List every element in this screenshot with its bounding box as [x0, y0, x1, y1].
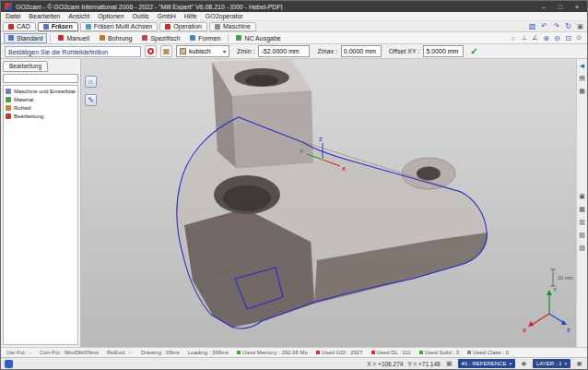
eye-icon[interactable]: ◉: [520, 360, 528, 368]
close-button[interactable]: ×: [570, 4, 583, 10]
menu-item-outils[interactable]: Outils: [133, 13, 149, 19]
tool-standard-label: Standard: [17, 35, 42, 42]
confirm-button[interactable]: ✓: [467, 45, 480, 57]
display-mode-icon[interactable]: ▣: [578, 192, 587, 201]
shaded-view-icon[interactable]: ▩: [578, 205, 587, 214]
status-drawing: Drawing : 09ms: [141, 350, 180, 355]
coordinate-y: Y = +71.148: [407, 361, 440, 367]
reference-label: #1 : REFERENCE: [462, 361, 507, 366]
tab-fraesen-multi-achsen[interactable]: Fräsen Multi Achsen: [80, 22, 158, 31]
target-select-button[interactable]: [145, 45, 157, 57]
standard-icon: [8, 35, 14, 41]
cad-icon: [8, 24, 14, 30]
grid-icon[interactable]: ▦: [445, 360, 453, 368]
chevron-down-icon: ▾: [509, 361, 512, 366]
svg-text:Z: Z: [567, 328, 570, 333]
tool-nc-ausgabe[interactable]: NC Ausgabe: [231, 33, 285, 43]
viewport-overlay-toolbar: ⌂ ✎: [85, 76, 97, 106]
menu-item-bearbeiten[interactable]: Bearbeiten: [29, 13, 60, 19]
tool-manuell-label: Manuell: [66, 35, 89, 42]
zmax-input[interactable]: [341, 45, 382, 57]
zoom-fit-icon[interactable]: ⊡: [563, 33, 573, 42]
svg-text:X: X: [342, 166, 346, 172]
layer-label: LAYER : 1: [536, 361, 562, 366]
go2cam-logo-icon[interactable]: [5, 360, 13, 368]
tool-nc-ausgabe-label: NC Ausgabe: [244, 35, 280, 42]
status-used-class: Used Class : 0: [467, 350, 509, 355]
reference-selector[interactable]: #1 : REFERENCE ▾: [458, 359, 515, 368]
menu-item-go2operator[interactable]: GO2operator: [206, 13, 243, 19]
formen-icon: [190, 35, 195, 41]
tool-formen-label: Formen: [198, 35, 220, 42]
measure-icon[interactable]: ∠: [530, 33, 540, 42]
minimize-button[interactable]: –: [537, 4, 550, 10]
app-logo-icon: [5, 3, 12, 10]
tab-fraesen[interactable]: Fräsen: [38, 22, 78, 31]
axes-icon[interactable]: ⊥: [519, 33, 529, 42]
model-3d[interactable]: Z X Y 10 mm: [81, 59, 576, 347]
layers-view-icon[interactable]: ▨: [578, 244, 587, 253]
collapse-arrow-icon[interactable]: ◄: [578, 61, 587, 70]
tool-bohrung[interactable]: Bohrung: [95, 33, 136, 43]
status-used-solid: Used Solid : 3: [419, 350, 459, 355]
edit-sketch-icon[interactable]: ✎: [85, 94, 97, 106]
camera-icon[interactable]: ▣: [575, 22, 585, 31]
status-reevol: ReEvol. : -: [107, 350, 133, 355]
offset-xy-label: Offset XY :: [389, 48, 420, 54]
app-window: GO2cam - © GO2cam International 2006 - 2…: [0, 0, 588, 370]
refresh-icon[interactable]: ↻: [563, 22, 573, 31]
tool-standard[interactable]: Standard: [4, 33, 47, 43]
bohrung-icon: [100, 35, 105, 41]
home-view-icon[interactable]: ⌂: [85, 76, 97, 88]
stock-shape-button[interactable]: ▦: [160, 45, 172, 57]
redo-icon[interactable]: ↷: [551, 22, 561, 31]
view-front-icon[interactable]: ▤: [578, 74, 587, 83]
undo-icon[interactable]: ↶: [539, 22, 549, 31]
lock-icon[interactable]: ▣: [575, 360, 583, 368]
workflow-panel: Bearbeitung Maschine und Einstelldaten M…: [1, 59, 81, 347]
zmin-input[interactable]: [258, 45, 310, 57]
filter-input[interactable]: [3, 74, 78, 83]
tool-formen[interactable]: Formen: [185, 33, 225, 43]
dl-bullet-icon: [371, 351, 375, 354]
spezifisch-icon: [142, 35, 147, 41]
view-top-icon[interactable]: ▦: [578, 87, 587, 96]
magnet-icon[interactable]: ∩: [508, 33, 518, 42]
panel-tab-bearbeitung[interactable]: Bearbeitung: [3, 61, 48, 72]
menu-item-ansicht[interactable]: Ansicht: [68, 13, 89, 19]
tab-maschine[interactable]: Maschine: [209, 22, 256, 31]
memory-bullet-icon: [237, 351, 241, 354]
menu-item-datei[interactable]: Datei: [6, 13, 20, 19]
stock-type-select[interactable]: kubisch ▾: [176, 45, 229, 57]
tool-spezifisch[interactable]: Spezifisch: [137, 33, 184, 43]
titlebar: GO2cam - © GO2cam International 2006 - 2…: [1, 1, 587, 12]
tab-cad[interactable]: CAD: [3, 22, 36, 31]
search-icon[interactable]: ⊙: [574, 33, 584, 42]
scale-indicator: 10 mm: [550, 269, 573, 286]
section-view-icon[interactable]: ▧: [578, 231, 587, 240]
tree-item-maschine[interactable]: Maschine und Einstelldaten: [6, 89, 76, 94]
tree-item-material[interactable]: Material: [6, 97, 76, 102]
tree-item-bearbeitung[interactable]: Bearbeitung: [6, 113, 76, 119]
zoom-in-icon[interactable]: ⊕: [541, 33, 551, 42]
svg-text:10 mm: 10 mm: [558, 275, 573, 280]
menu-item-hilfe[interactable]: Hilfe: [184, 13, 197, 19]
tab-maschine-label: Maschine: [223, 23, 251, 30]
zoom-out-icon[interactable]: ⊖: [552, 33, 562, 42]
maximize-button[interactable]: □: [554, 4, 567, 10]
wireframe-view-icon[interactable]: ▥: [578, 218, 587, 227]
prompt-bar: Bestätigen Sie die Rohteildefinition ▦ k…: [1, 44, 587, 59]
tree-item-rohteil[interactable]: Rohteil: [6, 105, 76, 111]
menu-item-optionen[interactable]: Optionen: [98, 13, 123, 19]
svg-text:Y: Y: [553, 287, 557, 292]
svg-text:Z: Z: [319, 137, 323, 142]
offset-xy-input[interactable]: [423, 45, 464, 57]
window-title: GO2cam - © GO2cam International 2006 - 2…: [16, 4, 534, 10]
layer-selector[interactable]: LAYER : 1 ▾: [533, 359, 570, 368]
operation-icon: [165, 24, 171, 30]
tool-manuell[interactable]: Manuell: [53, 33, 94, 43]
viewport-3d[interactable]: ⌂ ✎: [81, 59, 576, 347]
menu-item-gmbh[interactable]: GmbH: [158, 13, 176, 19]
tab-operation[interactable]: Operation: [159, 22, 207, 31]
palette-icon[interactable]: ▧: [527, 22, 537, 31]
